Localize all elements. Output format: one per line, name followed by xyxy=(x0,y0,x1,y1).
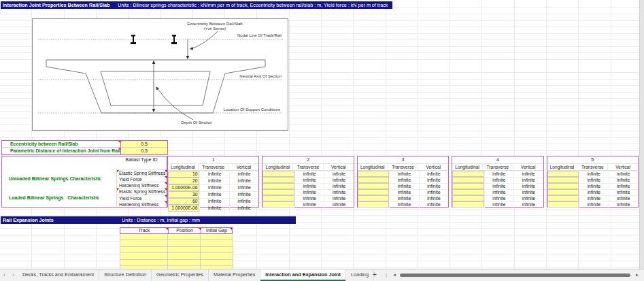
track-cell[interactable] xyxy=(120,260,168,266)
transverse-value-cell[interactable]: infinite xyxy=(579,189,608,195)
transverse-value-cell[interactable]: infinite xyxy=(199,198,228,205)
vertical-value-cell[interactable]: infinite xyxy=(513,177,543,183)
longitudinal-value-cell[interactable] xyxy=(262,183,294,189)
initial-gap-cell[interactable] xyxy=(201,240,233,246)
vertical-value-cell[interactable]: infinite xyxy=(513,195,543,201)
transverse-value-cell[interactable]: infinite xyxy=(579,195,608,201)
parameter-value-cell[interactable]: 0.5 xyxy=(120,141,167,147)
transverse-value-cell[interactable]: infinite xyxy=(484,183,513,189)
initial-gap-cell[interactable] xyxy=(201,260,233,266)
vertical-value-cell[interactable]: infinite xyxy=(324,177,353,183)
longitudinal-value-cell[interactable] xyxy=(452,201,484,208)
tab-decks-tracks-and-embankment[interactable]: Decks, Tracks and Embankment xyxy=(18,269,99,281)
horizontal-scrollbar-thumb[interactable] xyxy=(400,274,630,277)
longitudinal-value-cell[interactable]: 10 xyxy=(168,171,199,178)
parameter-value-cell[interactable]: 0.5 xyxy=(120,148,167,154)
vertical-value-cell[interactable]: infinite xyxy=(324,183,353,189)
hscroll-left-icon[interactable]: ◄ xyxy=(392,269,396,280)
longitudinal-value-cell[interactable] xyxy=(547,201,579,208)
transverse-value-cell[interactable]: infinite xyxy=(484,171,513,177)
tab-material-properties[interactable]: Material Properties xyxy=(209,269,260,281)
transverse-value-cell[interactable]: infinite xyxy=(484,201,513,208)
longitudinal-value-cell[interactable]: 60 xyxy=(168,198,199,205)
transverse-value-cell[interactable]: infinite xyxy=(199,171,228,178)
tab-interaction-and-expansion-joint[interactable]: Interaction and Expansion Joint xyxy=(260,269,346,281)
track-cell[interactable] xyxy=(120,247,168,253)
transverse-value-cell[interactable]: infinite xyxy=(294,189,324,195)
vertical-value-cell[interactable]: infinite xyxy=(229,191,258,198)
position-cell[interactable] xyxy=(168,234,201,240)
vertical-value-cell[interactable]: infinite xyxy=(609,201,638,208)
transverse-value-cell[interactable]: infinite xyxy=(294,171,324,177)
transverse-value-cell[interactable]: infinite xyxy=(389,177,418,183)
transverse-value-cell[interactable]: infinite xyxy=(389,171,418,177)
longitudinal-value-cell[interactable] xyxy=(262,177,294,183)
transverse-value-cell[interactable]: infinite xyxy=(389,201,418,208)
transverse-value-cell[interactable]: infinite xyxy=(484,177,513,183)
longitudinal-value-cell[interactable]: 1.00000E-06 xyxy=(168,184,199,191)
tab-structure-definition[interactable]: Structure Definition xyxy=(99,269,152,281)
vertical-value-cell[interactable]: infinite xyxy=(513,183,543,189)
transverse-value-cell[interactable]: infinite xyxy=(294,183,324,189)
vertical-value-cell[interactable]: infinite xyxy=(419,195,448,201)
longitudinal-value-cell[interactable] xyxy=(358,171,389,177)
vertical-value-cell[interactable]: infinite xyxy=(324,171,353,177)
longitudinal-value-cell[interactable] xyxy=(262,201,294,208)
vertical-scrollbar[interactable] xyxy=(639,0,644,269)
transverse-value-cell[interactable]: infinite xyxy=(199,191,228,198)
hscroll-right-icon[interactable]: ► xyxy=(635,269,639,280)
transverse-value-cell[interactable]: infinite xyxy=(579,183,608,189)
initial-gap-cell[interactable] xyxy=(201,234,233,240)
track-cell[interactable] xyxy=(120,240,168,246)
vertical-value-cell[interactable]: infinite xyxy=(609,171,638,177)
vertical-value-cell[interactable]: infinite xyxy=(609,195,638,201)
vertical-value-cell[interactable]: infinite xyxy=(419,201,448,208)
vertical-value-cell[interactable]: infinite xyxy=(419,171,448,177)
longitudinal-value-cell[interactable] xyxy=(262,171,294,177)
vertical-value-cell[interactable]: infinite xyxy=(513,201,543,208)
longitudinal-value-cell[interactable] xyxy=(547,195,579,201)
longitudinal-value-cell[interactable]: 1.00000E-06 xyxy=(168,205,199,212)
tab-scroll-right-icon[interactable]: › xyxy=(9,269,18,281)
longitudinal-value-cell[interactable] xyxy=(547,183,579,189)
longitudinal-value-cell[interactable] xyxy=(452,177,484,183)
vertical-value-cell[interactable]: infinite xyxy=(609,183,638,189)
add-sheet-button[interactable]: + xyxy=(373,269,377,280)
transverse-value-cell[interactable]: infinite xyxy=(484,189,513,195)
transverse-value-cell[interactable]: infinite xyxy=(389,195,418,201)
longitudinal-value-cell[interactable] xyxy=(452,171,484,177)
longitudinal-value-cell[interactable] xyxy=(547,171,579,177)
transverse-value-cell[interactable]: infinite xyxy=(579,177,608,183)
track-cell[interactable] xyxy=(120,253,168,259)
vertical-value-cell[interactable]: infinite xyxy=(419,177,448,183)
vertical-value-cell[interactable]: infinite xyxy=(229,198,258,205)
longitudinal-value-cell[interactable] xyxy=(452,189,484,195)
vertical-value-cell[interactable]: infinite xyxy=(324,189,353,195)
initial-gap-cell[interactable] xyxy=(201,247,233,253)
tab-geometric-properties[interactable]: Geometric Properties xyxy=(152,269,209,281)
vertical-value-cell[interactable]: infinite xyxy=(229,184,258,191)
longitudinal-value-cell[interactable] xyxy=(358,201,389,208)
longitudinal-value-cell[interactable] xyxy=(547,189,579,195)
transverse-value-cell[interactable]: infinite xyxy=(294,201,324,208)
longitudinal-value-cell[interactable]: 30 xyxy=(168,191,199,198)
vertical-value-cell[interactable]: infinite xyxy=(324,201,353,208)
position-cell[interactable] xyxy=(168,240,201,246)
vertical-value-cell[interactable]: infinite xyxy=(324,195,353,201)
longitudinal-value-cell[interactable]: 20 xyxy=(168,178,199,184)
vertical-value-cell[interactable]: infinite xyxy=(229,178,258,184)
longitudinal-value-cell[interactable] xyxy=(358,177,389,183)
position-cell[interactable] xyxy=(168,260,201,266)
transverse-value-cell[interactable]: infinite xyxy=(294,195,324,201)
tab-loading[interactable]: Loading xyxy=(346,269,374,281)
vertical-value-cell[interactable]: infinite xyxy=(609,177,638,183)
longitudinal-value-cell[interactable] xyxy=(262,189,294,195)
position-cell[interactable] xyxy=(168,247,201,253)
transverse-value-cell[interactable]: infinite xyxy=(199,184,228,191)
transverse-value-cell[interactable]: infinite xyxy=(199,205,228,212)
transverse-value-cell[interactable]: infinite xyxy=(484,195,513,201)
longitudinal-value-cell[interactable] xyxy=(262,195,294,201)
vertical-value-cell[interactable]: infinite xyxy=(229,205,258,212)
transverse-value-cell[interactable]: infinite xyxy=(389,189,418,195)
vertical-value-cell[interactable]: infinite xyxy=(419,189,448,195)
